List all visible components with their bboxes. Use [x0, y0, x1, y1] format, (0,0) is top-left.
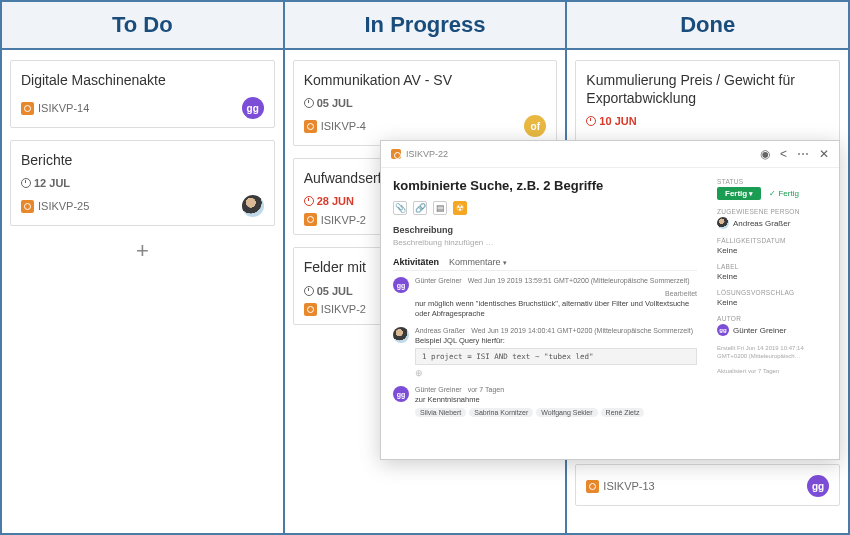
assignee-label: ZUGEWIESENE PERSON — [717, 208, 831, 215]
tab-comments[interactable]: Kommentare — [449, 257, 507, 267]
label-label: LABEL — [717, 263, 831, 270]
issue-detail-modal: ISIKVP-22 ◉ < ⋯ ✕ kombinierte Suche, z.B… — [380, 140, 840, 460]
mention[interactable]: Silvia Niebert — [415, 408, 466, 417]
card-title: Berichte — [21, 151, 264, 169]
avatar[interactable] — [393, 327, 409, 343]
label-value[interactable]: Keine — [717, 272, 831, 281]
clock-icon — [304, 286, 314, 296]
edited-label: Bearbeitet — [665, 290, 697, 297]
avatar[interactable] — [242, 195, 264, 217]
watch-icon[interactable]: ◉ — [760, 147, 770, 161]
avatar[interactable]: of — [524, 115, 546, 137]
avatar[interactable]: gg — [393, 277, 409, 293]
issue-type-icon — [21, 102, 34, 115]
author-value[interactable]: ggGünter Greiner — [717, 324, 831, 336]
mention[interactable]: René Zietz — [601, 408, 645, 417]
description-placeholder[interactable]: Beschreibung hinzufügen … — [393, 238, 697, 247]
clock-icon — [304, 98, 314, 108]
comment-text: zur Kenntnisnahme — [415, 395, 697, 405]
more-icon[interactable]: ⋯ — [797, 147, 809, 161]
description-label: Beschreibung — [393, 225, 697, 235]
card-title: Kommunikation AV - SV — [304, 71, 547, 89]
issue-type-icon — [304, 120, 317, 133]
solution-label: LÖSUNGSVORSCHLAG — [717, 289, 831, 296]
code-block: 1 project = ISI AND text ~ "tubex led" — [415, 348, 697, 365]
modal-header: ISIKVP-22 ◉ < ⋯ ✕ — [381, 141, 839, 168]
comment: gg Günter GreinerWed Jun 19 2019 13:59:5… — [393, 277, 697, 319]
issue-title[interactable]: kombinierte Suche, z.B. 2 Begriffe — [393, 178, 697, 193]
share-icon[interactable]: < — [780, 147, 787, 161]
mention[interactable]: Sabrina Kornitzer — [469, 408, 533, 417]
modal-main: kombinierte Suche, z.B. 2 Begriffe 📎 🔗 ▤… — [381, 168, 709, 459]
action-icons: 📎 🔗 ▤ ☢ — [393, 201, 697, 215]
comment-text: nur möglich wenn "identisches Bruchstück… — [415, 299, 697, 319]
card[interactable]: ISIKVP-13 gg — [575, 464, 840, 506]
avatar — [717, 217, 729, 229]
issue-type-icon — [21, 200, 34, 213]
card-due-date: 10 JUN — [586, 115, 829, 127]
attach-icon[interactable]: 📎 — [393, 201, 407, 215]
clock-icon — [21, 178, 31, 188]
clock-icon — [586, 116, 596, 126]
tab-activities[interactable]: Aktivitäten — [393, 257, 439, 267]
close-icon[interactable]: ✕ — [819, 147, 829, 161]
avatar[interactable]: gg — [393, 386, 409, 402]
comment-author[interactable]: Günter Greiner — [415, 386, 462, 393]
column-header: To Do — [2, 2, 283, 50]
column-header: In Progress — [285, 2, 566, 50]
avatar: gg — [717, 324, 729, 336]
updated-meta: Aktualisiert vor 7 Tagen — [717, 367, 831, 375]
link-icon[interactable]: 🔗 — [413, 201, 427, 215]
author-label: AUTOR — [717, 315, 831, 322]
comment-text: Beispiel JQL Query hierfür: — [415, 336, 697, 346]
mentions: Silvia Niebert Sabrina Kornitzer Wolfgan… — [415, 408, 697, 417]
assignee-value[interactable]: Andreas Graßer — [717, 217, 831, 229]
avatar[interactable]: gg — [242, 97, 264, 119]
activity-tabs: Aktivitäten Kommentare — [393, 257, 697, 271]
column-header: Done — [567, 2, 848, 50]
card[interactable]: Berichte 12 JUL ISIKVP-25 — [10, 140, 275, 226]
comment: gg Günter Greinervor 7 Tagen zur Kenntni… — [393, 386, 697, 417]
column-body: Digitale Maschinenakte ISIKVP-14 gg Beri… — [2, 50, 283, 533]
highlight-icon[interactable]: ☢ — [453, 201, 467, 215]
card-title: Digitale Maschinenakte — [21, 71, 264, 89]
created-meta: Erstellt Fri Jun 14 2019 10:47:14 GMT+02… — [717, 344, 831, 361]
issue-type-icon — [304, 303, 317, 316]
issue-key: ISIKVP-2 — [304, 213, 366, 226]
issue-key: ISIKVP-25 — [21, 200, 89, 213]
solution-value[interactable]: Keine — [717, 298, 831, 307]
comment-time: vor 7 Tagen — [468, 386, 504, 393]
issue-key: ISIKVP-4 — [304, 120, 366, 133]
status-done-indicator: ✓ Fertig — [769, 189, 799, 198]
due-label: FÄLLIGKEITSDATUM — [717, 237, 831, 244]
add-card-button[interactable]: + — [10, 238, 275, 264]
status-dropdown[interactable]: Fertig — [717, 187, 761, 200]
column-todo: To Do Digitale Maschinenakte ISIKVP-14 g… — [2, 2, 285, 533]
card[interactable]: Kummulierung Preis / Gewicht für Exporta… — [575, 60, 840, 142]
avatar[interactable]: gg — [807, 475, 829, 497]
modal-sidebar: STATUS Fertig ✓ Fertig ZUGEWIESENE PERSO… — [709, 168, 839, 459]
issue-type-icon — [391, 149, 401, 159]
status-label: STATUS — [717, 178, 831, 185]
comment-time: Wed Jun 19 2019 13:59:51 GMT+0200 (Mitte… — [468, 277, 690, 284]
issue-key: ISIKVP-13 — [586, 480, 654, 493]
card-due-date: 12 JUL — [21, 177, 264, 189]
page-icon[interactable]: ▤ — [433, 201, 447, 215]
clock-icon — [304, 196, 314, 206]
due-value[interactable]: Keine — [717, 246, 831, 255]
card[interactable]: Kommunikation AV - SV 05 JUL ISIKVP-4 of — [293, 60, 558, 146]
comment-author[interactable]: Andreas Graßer — [415, 327, 465, 334]
card-title: Kummulierung Preis / Gewicht für Exporta… — [586, 71, 829, 107]
issue-type-icon — [304, 213, 317, 226]
card-due-date: 05 JUL — [304, 97, 547, 109]
card[interactable]: Digitale Maschinenakte ISIKVP-14 gg — [10, 60, 275, 128]
breadcrumb[interactable]: ISIKVP-22 — [406, 149, 448, 159]
issue-type-icon — [586, 480, 599, 493]
comment-author[interactable]: Günter Greiner — [415, 277, 462, 284]
mention[interactable]: Wolfgang Sekler — [536, 408, 597, 417]
issue-key: ISIKVP-14 — [21, 102, 89, 115]
issue-key: ISIKVP-2 — [304, 303, 366, 316]
comment: Andreas GraßerWed Jun 19 2019 14:00:41 G… — [393, 327, 697, 379]
comment-time: Wed Jun 19 2019 14:00:41 GMT+0200 (Mitte… — [471, 327, 693, 334]
